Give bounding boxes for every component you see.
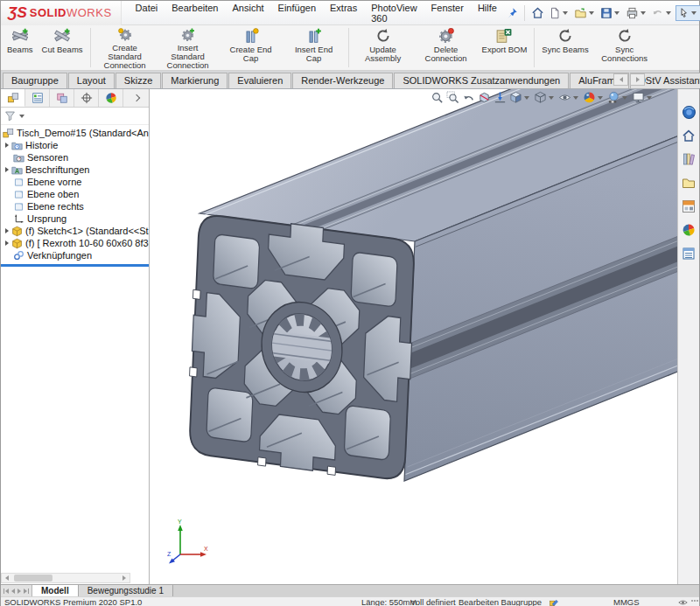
aluminum-profile-model[interactable] [150, 89, 677, 584]
tab-bewegungsstudie[interactable]: Bewegungsstudie 1 [79, 585, 173, 596]
panel-tab-overflow-button[interactable] [123, 89, 149, 107]
dropdown-caret[interactable] [549, 96, 554, 100]
tree-item-verknuepfungen[interactable]: Verknüpfungen [1, 249, 149, 261]
update-assembly-button[interactable]: Update Assembly [352, 25, 415, 70]
tree-root[interactable]: Tisch_Demo#15 (Standard<Anzeigest [1, 127, 149, 139]
scrollbar-thumb[interactable] [14, 575, 52, 582]
scroll-right-button[interactable] [119, 574, 130, 582]
print-button[interactable] [624, 5, 649, 21]
menu-fenster[interactable]: Fenster [424, 0, 471, 27]
tab-property-manager[interactable] [25, 89, 50, 107]
view-orientation-button[interactable] [508, 90, 532, 105]
expander-icon[interactable] [3, 143, 11, 148]
dropdown-caret[interactable] [640, 11, 646, 15]
dropdown-caret[interactable] [691, 11, 696, 15]
file-explorer-button[interactable] [680, 174, 697, 192]
task-pane-home-button[interactable] [680, 127, 697, 144]
custom-properties-button[interactable] [680, 245, 697, 262]
dropdown-caret[interactable] [524, 96, 529, 100]
sync-connections-button[interactable]: Sync Connections [593, 25, 656, 70]
tree-item-rexroth-profile[interactable]: (f) [ Rexroth 10-60 60x60 8f3da8bc [1, 237, 149, 249]
tab-feature-manager[interactable] [1, 89, 25, 107]
tab-modell[interactable]: Modell [32, 585, 79, 596]
tree-item-historie[interactable]: Historie [1, 139, 149, 151]
menu-extras[interactable]: Extras [323, 0, 364, 27]
tab-scroll-right-button[interactable] [630, 73, 645, 86]
tab-render-werkzeuge[interactable]: Render-Werkzeuge [292, 73, 393, 88]
tree-item-sketch[interactable]: (f) Sketch<1> (Standard<<Standa [1, 225, 149, 237]
menu-hilfe[interactable]: Hilfe [471, 0, 504, 27]
pin-icon[interactable] [504, 5, 520, 21]
tab-evaluieren[interactable]: Evaluieren [228, 73, 291, 88]
tab-layout[interactable]: Layout [68, 73, 115, 88]
tree-item-sensoren[interactable]: Sensoren [1, 151, 149, 164]
menu-bearbeiten[interactable]: Bearbeiten [164, 0, 225, 27]
menu-einfuegen[interactable]: Einfügen [271, 0, 323, 27]
tab-dimxpert-manager[interactable] [74, 89, 99, 107]
zoom-to-area-button[interactable] [445, 90, 460, 105]
new-document-button[interactable] [547, 5, 571, 21]
cut-beams-button[interactable]: Cut Beams [38, 25, 88, 70]
menu-datei[interactable]: Datei [129, 0, 165, 27]
tree-item-ebene-vorne[interactable]: Ebene vorne [1, 176, 149, 188]
tab-display-manager[interactable] [99, 89, 123, 107]
dropdown-caret[interactable] [666, 11, 671, 15]
tab-zusatzanwendungen[interactable]: SOLIDWORKS Zusatzanwendungen [394, 73, 569, 88]
tree-item-ursprung[interactable]: Ursprung [1, 212, 149, 225]
dropdown-caret[interactable] [622, 96, 627, 100]
view-palette-button[interactable] [680, 198, 697, 215]
select-tool-button[interactable] [676, 5, 700, 21]
expander-icon[interactable] [3, 228, 11, 233]
panel-horizontal-scrollbar[interactable] [1, 573, 130, 583]
zoom-to-fit-button[interactable] [430, 90, 444, 105]
save-button[interactable] [598, 5, 623, 21]
expander-icon[interactable] [3, 240, 11, 246]
dropdown-caret[interactable] [573, 96, 578, 100]
create-standard-connection-button[interactable]: Create Standard Connection [94, 25, 157, 70]
previous-view-button[interactable] [461, 90, 476, 105]
insert-end-cap-button[interactable]: Insert End Cap [283, 25, 346, 70]
tab-baugruppe[interactable]: Baugruppe [3, 73, 67, 88]
tree-item-ebene-oben[interactable]: Ebene oben [1, 188, 149, 200]
tab-scroll-left-button[interactable] [613, 73, 628, 86]
hide-show-items-button[interactable] [557, 90, 581, 105]
insert-standard-connection-button[interactable]: Insert Standard Connection [157, 25, 220, 70]
scroll-left-button[interactable] [2, 574, 12, 582]
last-tab-button[interactable] [24, 589, 29, 594]
tab-skizze[interactable]: Skizze [116, 73, 161, 88]
export-bom-button[interactable]: Export BOM [478, 25, 532, 70]
appearances-scenes-button[interactable] [680, 221, 697, 239]
display-style-button[interactable] [533, 90, 556, 105]
tree-item-beschriftungen[interactable]: Beschriftungen [1, 164, 149, 176]
dropdown-caret[interactable] [598, 96, 603, 100]
tab-configuration-manager[interactable] [50, 89, 74, 107]
home-button[interactable] [529, 4, 546, 21]
view-settings-button[interactable] [631, 90, 654, 105]
tab-markierung[interactable]: Markierung [162, 73, 228, 88]
beams-button[interactable]: Beams [3, 25, 38, 70]
menu-ansicht[interactable]: Ansicht [226, 0, 271, 27]
dropdown-caret[interactable] [589, 11, 594, 15]
units-selector[interactable]: MMGS [613, 597, 640, 606]
dropdown-caret[interactable] [614, 11, 620, 15]
undo-button[interactable] [650, 5, 675, 21]
previous-tab-button[interactable] [11, 589, 15, 594]
sync-beams-button[interactable]: Sync Beams [537, 25, 592, 70]
dropdown-caret[interactable] [647, 96, 652, 100]
first-tab-button[interactable] [4, 589, 9, 594]
graphics-viewport[interactable]: Y X Z [150, 89, 677, 584]
normal-to-button[interactable] [493, 90, 508, 105]
next-tab-button[interactable] [18, 589, 21, 594]
filter-dropdown-caret[interactable] [19, 115, 24, 118]
solidworks-resources-button[interactable] [680, 103, 697, 121]
open-button[interactable] [572, 5, 598, 21]
dropdown-caret[interactable] [563, 11, 568, 15]
delete-connection-button[interactable]: Delete Connection [415, 25, 478, 70]
tree-item-ebene-rechts[interactable]: Ebene rechts [1, 200, 149, 212]
edit-appearance-button[interactable] [582, 90, 606, 105]
expander-icon[interactable] [3, 167, 11, 172]
apply-scene-button[interactable] [606, 90, 630, 105]
resize-grip[interactable] [691, 600, 698, 602]
design-library-button[interactable] [680, 150, 697, 168]
quick-tips-icon[interactable] [678, 598, 688, 606]
